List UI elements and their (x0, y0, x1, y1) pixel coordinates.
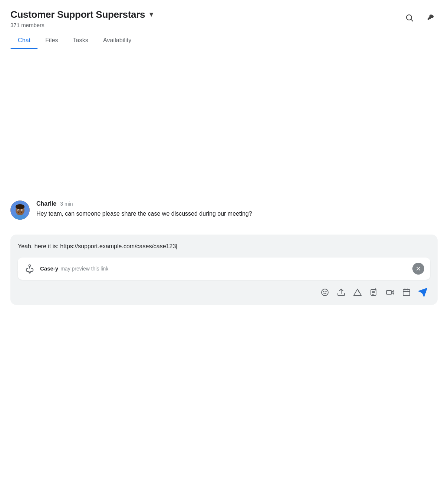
link-preview-left: Case-ymay preview this link (24, 263, 108, 275)
header: Customer Support Superstars ▼ 371 member… (0, 0, 448, 28)
compose-box: Yeah, here it is: https://support.exampl… (10, 235, 438, 305)
pin-icon (426, 13, 435, 22)
avatar (10, 200, 30, 220)
message-time: 3 min (60, 201, 73, 207)
message-text: Hey team, can someone please share the c… (36, 209, 252, 218)
header-left: Customer Support Superstars ▼ 371 member… (10, 9, 155, 28)
svg-point-11 (22, 210, 22, 210)
calendar-button[interactable] (399, 285, 414, 300)
chat-area: Charlie 3 min Hey team, can someone plea… (0, 49, 448, 235)
svg-line-21 (358, 289, 359, 293)
svg-point-18 (326, 291, 326, 292)
svg-rect-29 (403, 289, 410, 296)
upload-button[interactable] (334, 285, 349, 300)
message-meta: Charlie 3 min (36, 200, 252, 207)
svg-rect-28 (386, 291, 392, 294)
video-icon (386, 288, 395, 297)
video-button[interactable] (383, 285, 398, 300)
svg-point-0 (406, 15, 412, 20)
compose-input[interactable]: Yeah, here it is: https://support.exampl… (18, 242, 430, 252)
link-preview-title: Case-y (40, 265, 58, 272)
emoji-icon (320, 288, 329, 297)
svg-marker-34 (419, 288, 427, 296)
link-preview-icon (24, 263, 36, 275)
webhook-icon (24, 263, 35, 274)
search-icon (405, 13, 414, 22)
upload-icon (337, 288, 346, 297)
pin-button[interactable] (423, 10, 438, 25)
close-icon (415, 266, 421, 272)
message-row: Charlie 3 min Hey team, can someone plea… (10, 200, 438, 220)
drive-icon (353, 288, 362, 297)
dropdown-icon[interactable]: ▼ (148, 11, 155, 19)
svg-line-1 (411, 20, 413, 21)
emoji-button[interactable] (317, 285, 332, 300)
header-title-row: Customer Support Superstars ▼ (10, 9, 155, 20)
tab-tasks[interactable]: Tasks (65, 33, 95, 49)
avatar-image (10, 200, 30, 220)
group-title: Customer Support Superstars (10, 9, 145, 20)
members-count: 371 members (10, 22, 155, 28)
link-preview-card: Case-ymay preview this link (18, 258, 430, 280)
calendar-icon (402, 288, 411, 297)
link-preview-text: Case-ymay preview this link (40, 265, 108, 272)
message-content: Charlie 3 min Hey team, can someone plea… (36, 200, 252, 218)
svg-rect-7 (16, 206, 24, 208)
tabs-bar: Chat Files Tasks Availability (0, 33, 448, 49)
header-actions (402, 9, 438, 25)
close-preview-button[interactable] (412, 263, 424, 275)
search-button[interactable] (402, 10, 417, 25)
send-button[interactable] (415, 285, 430, 300)
link-preview-subtitle: may preview this link (60, 266, 108, 272)
send-icon (418, 288, 428, 297)
task-icon (369, 288, 378, 297)
tab-availability[interactable]: Availability (96, 33, 139, 49)
compose-toolbar (18, 285, 430, 300)
create-task-button[interactable] (366, 285, 381, 300)
drive-button[interactable] (350, 285, 365, 300)
svg-point-17 (323, 291, 324, 292)
svg-point-10 (18, 210, 19, 210)
svg-point-16 (322, 289, 328, 296)
tab-chat[interactable]: Chat (10, 33, 38, 49)
tab-files[interactable]: Files (38, 33, 65, 49)
message-sender: Charlie (36, 200, 56, 207)
